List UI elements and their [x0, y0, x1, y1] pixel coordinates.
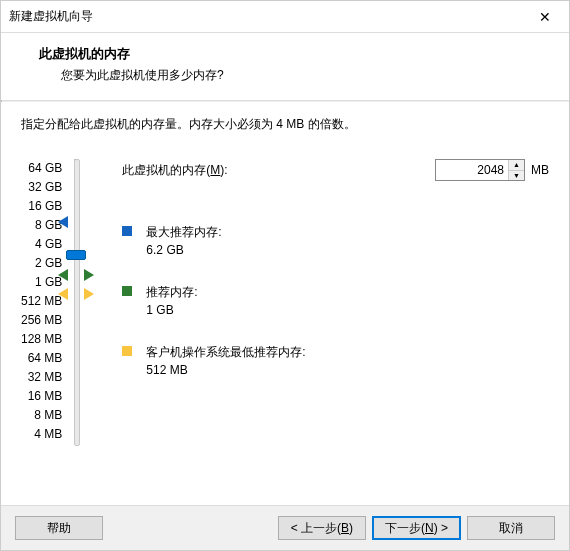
memory-input-row: 此虚拟机的内存(M): ▲ ▼ MB — [122, 159, 549, 181]
memory-spinner[interactable]: ▲ ▼ — [435, 159, 525, 181]
memory-slider[interactable] — [68, 159, 84, 444]
slider-tick: 128 MB — [21, 330, 62, 349]
max-marker-icon — [58, 216, 68, 228]
rec-marker-right-icon — [84, 269, 94, 281]
legend-min-value: 512 MB — [146, 361, 305, 379]
slider-tick: 4 GB — [21, 235, 62, 254]
slider-tick: 2 GB — [21, 254, 62, 273]
slider-thumb[interactable] — [66, 250, 86, 260]
page-title: 此虚拟机的内存 — [39, 45, 545, 63]
legend-rec-value: 1 GB — [146, 301, 197, 319]
legend-max-value: 6.2 GB — [146, 241, 221, 259]
legend-rec: 推荐内存: 1 GB — [122, 283, 549, 319]
legend-rec-label: 推荐内存: — [146, 285, 197, 299]
slider-tick: 8 MB — [21, 406, 62, 425]
square-blue-icon — [122, 226, 132, 236]
titlebar: 新建虚拟机向导 ✕ — [1, 1, 569, 33]
square-green-icon — [122, 286, 132, 296]
slider-tick: 16 MB — [21, 387, 62, 406]
slider-tick: 64 MB — [21, 349, 62, 368]
slider-tick: 1 GB — [21, 273, 62, 292]
memory-input[interactable] — [436, 160, 508, 180]
memory-label: 此虚拟机的内存(M): — [122, 162, 435, 179]
instruction-text: 指定分配给此虚拟机的内存量。内存大小必须为 4 MB 的倍数。 — [21, 116, 549, 133]
min-marker-icon — [58, 288, 68, 300]
next-button[interactable]: 下一步(N) > — [372, 516, 461, 540]
window-title: 新建虚拟机向导 — [9, 8, 93, 25]
legend-max-label: 最大推荐内存: — [146, 225, 221, 239]
slider-tick: 64 GB — [21, 159, 62, 178]
slider-tick: 512 MB — [21, 292, 62, 311]
slider-tick: 16 GB — [21, 197, 62, 216]
legend-max: 最大推荐内存: 6.2 GB — [122, 223, 549, 259]
memory-unit: MB — [531, 163, 549, 177]
legend-min-label: 客户机操作系统最低推荐内存: — [146, 345, 305, 359]
slider-tick: 8 GB — [21, 216, 62, 235]
slider-tick: 256 MB — [21, 311, 62, 330]
back-button[interactable]: < 上一步(B) — [278, 516, 366, 540]
rec-marker-icon — [58, 269, 68, 281]
slider-tick-labels: 64 GB32 GB16 GB8 GB4 GB2 GB1 GB512 MB256… — [21, 159, 62, 444]
spinner-up-icon[interactable]: ▲ — [509, 160, 524, 171]
wizard-body: 指定分配给此虚拟机的内存量。内存大小必须为 4 MB 的倍数。 64 GB32 … — [1, 102, 569, 444]
legend-min: 客户机操作系统最低推荐内存: 512 MB — [122, 343, 549, 379]
square-yellow-icon — [122, 346, 132, 356]
min-marker-right-icon — [84, 288, 94, 300]
cancel-button[interactable]: 取消 — [467, 516, 555, 540]
wizard-footer: 帮助 < 上一步(B) 下一步(N) > 取消 — [1, 505, 569, 550]
memory-slider-column: 64 GB32 GB16 GB8 GB4 GB2 GB1 GB512 MB256… — [21, 159, 84, 444]
close-icon[interactable]: ✕ — [533, 9, 557, 25]
slider-tick: 32 GB — [21, 178, 62, 197]
wizard-header: 此虚拟机的内存 您要为此虚拟机使用多少内存? — [1, 33, 569, 100]
page-subtitle: 您要为此虚拟机使用多少内存? — [39, 67, 545, 84]
slider-tick: 4 MB — [21, 425, 62, 444]
spinner-down-icon[interactable]: ▼ — [509, 171, 524, 181]
help-button[interactable]: 帮助 — [15, 516, 103, 540]
slider-tick: 32 MB — [21, 368, 62, 387]
